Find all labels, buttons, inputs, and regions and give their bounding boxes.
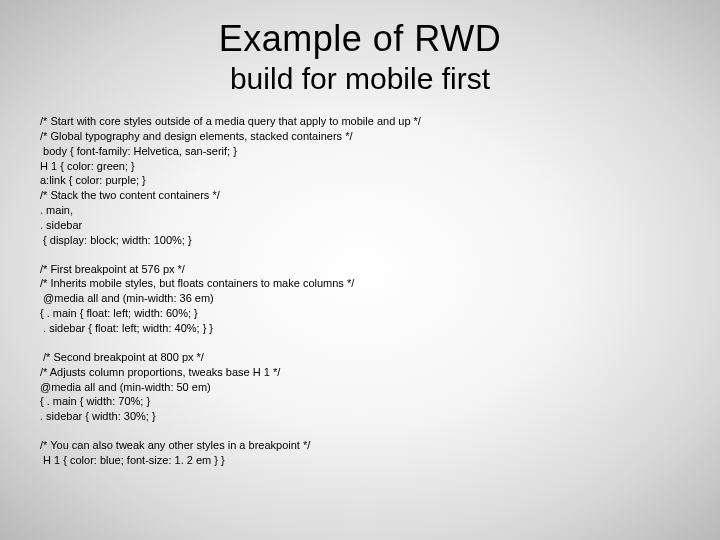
- code-line: body { font-family: Helvetica, san-serif…: [40, 144, 680, 159]
- code-block-1: /* Start with core styles outside of a m…: [40, 114, 680, 248]
- code-line: /* You can also tweak any other styles i…: [40, 438, 680, 453]
- code-line: . sidebar { width: 30%; }: [40, 409, 680, 424]
- slide-subtitle: build for mobile first: [40, 62, 680, 96]
- code-line: . main,: [40, 203, 680, 218]
- code-line: { display: block; width: 100%; }: [40, 233, 680, 248]
- code-line: @media all and (min-width: 50 em): [40, 380, 680, 395]
- code-line: /* Second breakpoint at 800 px */: [40, 350, 680, 365]
- code-block-2: /* First breakpoint at 576 px */ /* Inhe…: [40, 262, 680, 336]
- slide: Example of RWD build for mobile first /*…: [0, 0, 720, 540]
- code-line: /* First breakpoint at 576 px */: [40, 262, 680, 277]
- code-line: H 1 { color: blue; font-size: 1. 2 em } …: [40, 453, 680, 468]
- code-line: { . main { width: 70%; }: [40, 394, 680, 409]
- code-line: @media all and (min-width: 36 em): [40, 291, 680, 306]
- code-block-4: /* You can also tweak any other styles i…: [40, 438, 680, 468]
- code-line: /* Adjusts column proportions, tweaks ba…: [40, 365, 680, 380]
- code-line: /* Inherits mobile styles, but floats co…: [40, 276, 680, 291]
- code-line: . sidebar { float: left; width: 40%; } }: [40, 321, 680, 336]
- code-line: /* Global typography and design elements…: [40, 129, 680, 144]
- code-line: . sidebar: [40, 218, 680, 233]
- code-line: { . main { float: left; width: 60%; }: [40, 306, 680, 321]
- code-line: /* Start with core styles outside of a m…: [40, 114, 680, 129]
- slide-title: Example of RWD: [40, 18, 680, 60]
- code-block-3: /* Second breakpoint at 800 px */ /* Adj…: [40, 350, 680, 424]
- code-line: /* Stack the two content containers */: [40, 188, 680, 203]
- code-line: H 1 { color: green; }: [40, 159, 680, 174]
- code-line: a:link { color: purple; }: [40, 173, 680, 188]
